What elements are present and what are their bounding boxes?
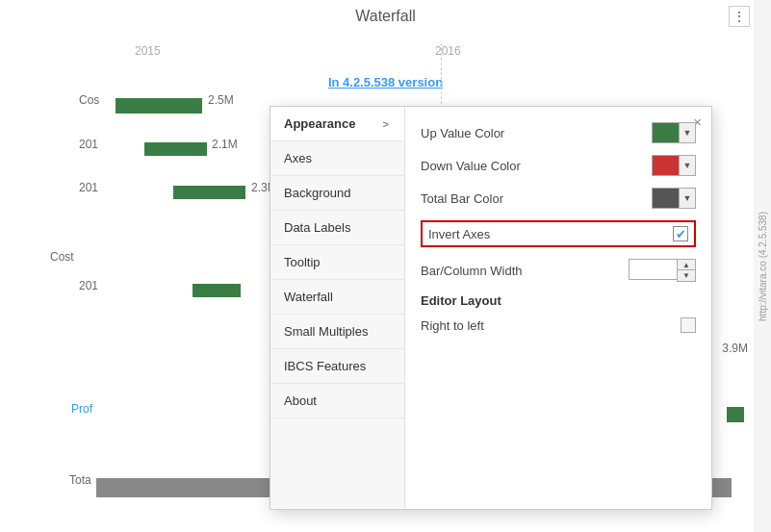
right-to-left-checkbox[interactable] xyxy=(681,317,696,333)
bar-width-input[interactable] xyxy=(629,259,677,280)
invert-axes-checkbox[interactable]: ✔ xyxy=(673,226,688,241)
down-value-color-picker[interactable]: ▼ xyxy=(652,155,696,176)
bar-width-down-button[interactable]: ▼ xyxy=(678,270,695,281)
modal-content: Up Value Color ▼ Down Value Color ▼ Tota… xyxy=(405,107,711,509)
total-bar-color-row: Total Bar Color ▼ xyxy=(421,188,696,209)
bar-width-spinner-wrapper: ▲ ▼ xyxy=(629,259,696,282)
x-label-2016: 2016 xyxy=(435,44,461,58)
total-bar-color-label: Total Bar Color xyxy=(421,191,503,206)
down-value-color-box[interactable] xyxy=(652,155,679,176)
right-to-left-row: Right to left xyxy=(421,317,696,333)
invert-axes-label: Invert Axes xyxy=(428,227,490,241)
bar-width-row: Bar/Column Width ▲ ▼ xyxy=(421,259,696,282)
nav-item-ibcs[interactable]: IBCS Features xyxy=(270,349,404,384)
nav-item-about[interactable]: About xyxy=(270,384,404,418)
bar-width-label: Bar/Column Width xyxy=(421,264,522,278)
nav-label-waterfall: Waterfall xyxy=(284,290,333,304)
nav-item-appearance[interactable]: Appearance > xyxy=(270,107,404,141)
y-label-201-3: 201 xyxy=(79,279,98,292)
total-bar-color-box[interactable] xyxy=(652,188,679,209)
invert-axes-row: Invert Axes ✔ xyxy=(421,220,696,247)
up-value-color-box[interactable] xyxy=(652,122,679,143)
modal-nav: Appearance > Axes Background Data Labels… xyxy=(270,107,405,509)
total-bar-color-dropdown[interactable]: ▼ xyxy=(679,188,696,209)
more-options-button[interactable]: ⋮ xyxy=(729,6,750,27)
bar-width-up-button[interactable]: ▲ xyxy=(678,260,695,270)
bar-201-2 xyxy=(173,186,245,199)
nav-label-small-multiples: Small Multiples xyxy=(284,324,368,339)
right-value: 3.9M xyxy=(722,342,748,355)
chart-version-link[interactable]: In 4.2.5.538 version xyxy=(0,75,771,89)
more-options-icon: ⋮ xyxy=(732,9,746,24)
y-label-201-1: 201 xyxy=(79,138,98,151)
nav-label-ibcs: IBCS Features xyxy=(284,359,366,373)
right-to-left-label: Right to left xyxy=(421,318,484,333)
up-value-color-label: Up Value Color xyxy=(421,126,504,140)
settings-modal: × Appearance > Axes Background Data Labe… xyxy=(270,106,712,510)
y-label-prof: Prof xyxy=(71,402,92,416)
down-value-color-row: Down Value Color ▼ xyxy=(421,155,696,176)
nav-label-appearance: Appearance xyxy=(284,116,355,131)
bar-201-1 xyxy=(144,142,207,156)
up-value-color-picker[interactable]: ▼ xyxy=(652,122,696,143)
nav-item-small-multiples[interactable]: Small Multiples xyxy=(270,315,404,349)
total-bar-color-picker[interactable]: ▼ xyxy=(652,188,696,209)
nav-item-tooltip[interactable]: Tooltip xyxy=(270,245,404,280)
sidebar-label: http://vitara.co (4.2.5.538) xyxy=(758,212,768,321)
y-label-201-2: 201 xyxy=(79,181,98,194)
x-label-2015: 2015 xyxy=(135,44,161,58)
chart-title: Waterfall xyxy=(0,8,771,25)
bar-201-3 xyxy=(193,284,241,297)
nav-item-data-labels[interactable]: Data Labels xyxy=(270,211,404,245)
up-value-color-row: Up Value Color ▼ xyxy=(421,122,696,143)
editor-layout-section-title: Editor Layout xyxy=(421,293,696,308)
nav-label-background: Background xyxy=(284,186,350,200)
nav-label-data-labels: Data Labels xyxy=(284,220,350,235)
bar-cos xyxy=(116,98,202,114)
bar-prof xyxy=(727,407,744,422)
y-label-cost: Cost xyxy=(50,250,74,264)
nav-label-tooltip: Tooltip xyxy=(284,255,321,269)
nav-label-about: About xyxy=(284,393,317,408)
up-value-color-dropdown[interactable]: ▼ xyxy=(679,122,696,143)
down-value-color-dropdown[interactable]: ▼ xyxy=(679,155,696,176)
nav-item-background[interactable]: Background xyxy=(270,176,404,211)
sidebar-text-area: http://vitara.co (4.2.5.538) xyxy=(754,0,771,532)
y-label-total: Tota xyxy=(69,473,91,487)
val-201-1: 2.1M xyxy=(212,138,238,151)
y-label-cos: Cos xyxy=(79,93,99,107)
nav-arrow-appearance: > xyxy=(383,118,389,130)
nav-item-axes[interactable]: Axes xyxy=(270,141,404,176)
nav-item-waterfall[interactable]: Waterfall xyxy=(270,280,404,315)
bar-width-spinner: ▲ ▼ xyxy=(677,259,696,282)
val-cos: 2.5M xyxy=(208,93,234,107)
down-value-color-label: Down Value Color xyxy=(421,159,521,173)
nav-label-axes: Axes xyxy=(284,151,312,165)
